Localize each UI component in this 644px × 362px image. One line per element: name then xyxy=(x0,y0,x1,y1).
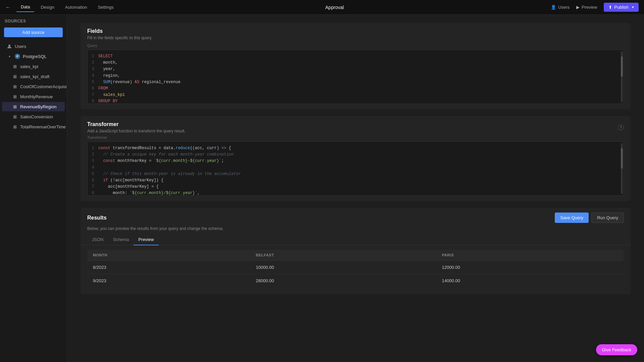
help-icon[interactable]: ? xyxy=(618,124,624,130)
preview-label: Preview xyxy=(582,5,597,10)
col-header-paris: PARIS xyxy=(436,250,624,261)
cell-month: 8/2023 xyxy=(88,261,251,274)
tab-automation[interactable]: Automation xyxy=(60,3,92,12)
sidebar-item-sales-kpi[interactable]: ▦ sales_kpi xyxy=(2,62,65,71)
users-nav-item[interactable]: 👤 Users xyxy=(551,5,570,10)
save-query-button[interactable]: Save Query xyxy=(555,213,589,223)
code-line: 8 GROUP BY xyxy=(88,98,624,104)
sidebar-item-label: sales_kpi xyxy=(20,64,38,69)
code-line: 1 const transformedResults = data.reduce… xyxy=(88,145,624,152)
sidebar-item-monthly-revenue[interactable]: ▦ MonthlyRevenue xyxy=(2,92,65,101)
cell-month: 9/2023 xyxy=(88,274,251,288)
sidebar-item-label: CostOfCustomerAcquisition xyxy=(20,84,67,89)
users-icon: 👤 xyxy=(551,5,556,10)
table-icon: ▦ xyxy=(12,104,17,109)
publish-icon: ⬆ xyxy=(608,5,612,10)
back-button[interactable]: ← xyxy=(5,4,11,10)
table-icon: ▦ xyxy=(12,124,17,129)
run-query-button[interactable]: Run Query xyxy=(591,213,624,223)
sidebar-item-total-revenue-over-time[interactable]: ▦ TotalRevenueOverTime xyxy=(2,122,65,131)
sidebar-item-cost-customer-acquisition[interactable]: ▦ CostOfCustomerAcquisition xyxy=(2,82,65,91)
tab-design[interactable]: Design xyxy=(36,3,59,12)
results-title: Results xyxy=(87,215,107,221)
transformer-editor[interactable]: 1 const transformedResults = data.reduce… xyxy=(87,141,624,196)
add-source-button[interactable]: Add source xyxy=(4,27,63,37)
code-line: 2 month, xyxy=(88,60,624,66)
fields-title: Fields xyxy=(87,28,624,34)
tab-settings[interactable]: Settings xyxy=(93,3,118,12)
table-row: 8/2023 10000.00 12000.00 xyxy=(88,261,624,274)
give-feedback-button[interactable]: Give Feedback xyxy=(596,344,637,355)
transformer-subtitle: Add a JavaScript function to transform t… xyxy=(87,129,185,133)
table-row: 9/2023 28000.00 14000.00 xyxy=(88,274,624,288)
chevron-down-icon: ▾ xyxy=(7,54,12,59)
col-header-belfast: BELFAST xyxy=(251,250,437,261)
table-body: 8/2023 10000.00 12000.00 9/2023 28000.00… xyxy=(88,261,624,288)
tab-data[interactable]: Data xyxy=(16,2,35,12)
transformer-header: Transformer Add a JavaScript function to… xyxy=(80,116,631,135)
results-header: Results Save Query Run Query xyxy=(80,208,631,225)
transformer-section: Transformer Add a JavaScript function to… xyxy=(80,116,631,201)
table-icon: ▦ xyxy=(12,114,17,119)
sidebar: Sources Add source Users ▾ P PostgreSQL … xyxy=(0,15,67,362)
topnav-right: 👤 Users ▶ Preview ⬆ Publish ▾ xyxy=(551,3,639,12)
scrollbar xyxy=(621,143,623,194)
postgresql-icon: P xyxy=(15,54,20,59)
page-title: Approval xyxy=(118,5,551,10)
result-table: MONTH BELFAST PARIS 8/2023 10000.00 1200… xyxy=(87,249,624,288)
code-line: 5 SUM(revenue) AS regional_revenue xyxy=(88,79,624,85)
cell-belfast: 28000.00 xyxy=(251,274,437,288)
sidebar-item-label: MonthlyRevenue xyxy=(20,94,53,99)
sidebar-item-label: sales_kpi_draft xyxy=(20,74,49,79)
table-icon: ▦ xyxy=(12,64,17,69)
cell-paris: 12000.00 xyxy=(436,261,624,274)
preview-icon: ▶ xyxy=(576,5,580,10)
cell-belfast: 10000.00 xyxy=(251,261,437,274)
results-description: Below, you can preview the results from … xyxy=(80,225,631,234)
sidebar-item-sales-kpi-draft[interactable]: ▦ sales_kpi_draft xyxy=(2,72,65,81)
query-code: 1 SELECT 2 month, 3 year, 4 region, xyxy=(88,50,624,104)
tab-preview[interactable]: Preview xyxy=(133,234,158,245)
code-line: 6 if (!acc[monthYearKey]) { xyxy=(88,177,624,184)
query-editor[interactable]: 1 SELECT 2 month, 3 year, 4 region, xyxy=(87,50,624,104)
code-line: 4 region, xyxy=(88,73,624,79)
tab-json[interactable]: JSON xyxy=(87,234,108,245)
sidebar-item-sales-conversion[interactable]: ▦ SalesConversion xyxy=(2,112,65,121)
transformer-code: 1 const transformedResults = data.reduce… xyxy=(88,142,624,195)
results-section: Results Save Query Run Query Below, you … xyxy=(80,208,631,294)
publish-button[interactable]: ⬆ Publish ▾ xyxy=(604,3,639,12)
sidebar-item-postgresql[interactable]: ▾ P PostgreSQL xyxy=(2,52,65,61)
result-tabs: JSON Schema Preview xyxy=(80,234,631,245)
code-line: 3 year, xyxy=(88,66,624,72)
sidebar-item-label: PostgreSQL xyxy=(23,54,47,59)
fields-header: Fields Fill in the fields specific to th… xyxy=(80,23,631,44)
code-line: 7 acc[monthYearKey] = { xyxy=(88,184,624,190)
publish-chevron-icon: ▾ xyxy=(632,5,634,9)
code-line: 3 const monthYearKey = `${curr.month}-${… xyxy=(88,158,624,164)
preview-nav-item[interactable]: ▶ Preview xyxy=(576,5,597,10)
table-icon: ▦ xyxy=(12,84,17,89)
transformer-title-group: Transformer Add a JavaScript function to… xyxy=(87,121,185,133)
sidebar-item-label: TotalRevenueOverTime xyxy=(20,124,66,129)
code-line: 4 xyxy=(88,165,624,171)
sidebar-item-label: RevenueByRegion xyxy=(20,104,56,109)
sidebar-item-revenue-by-region[interactable]: ▦ RevenueByRegion xyxy=(2,102,65,111)
code-line: 5 // Check if this month-year is already… xyxy=(88,171,624,177)
scrollbar-thumb xyxy=(621,56,623,77)
code-line: 2 // Create a unique key for each month-… xyxy=(88,152,624,158)
sidebar-item-label: SalesConversion xyxy=(20,114,53,119)
sidebar-item-users[interactable]: Users xyxy=(2,42,65,51)
code-line: 7 sales_kpi xyxy=(88,92,624,98)
users-label: Users xyxy=(558,5,570,10)
code-line: 1 SELECT xyxy=(88,53,624,60)
tab-schema[interactable]: Schema xyxy=(108,234,134,245)
code-line: 8 month: `${curr.month}/${curr.year}`, xyxy=(88,190,624,195)
fields-subtitle: Fill in the fields specific to this quer… xyxy=(87,36,624,40)
cell-paris: 14000.00 xyxy=(436,274,624,288)
table-icon: ▦ xyxy=(12,74,17,79)
publish-label: Publish xyxy=(614,5,629,10)
transformer-label: Transformer xyxy=(80,135,631,141)
transformer-title: Transformer xyxy=(87,121,185,127)
topnav: ← Data Design Automation Settings Approv… xyxy=(0,0,644,15)
sidebar-item-label: Users xyxy=(15,44,26,49)
